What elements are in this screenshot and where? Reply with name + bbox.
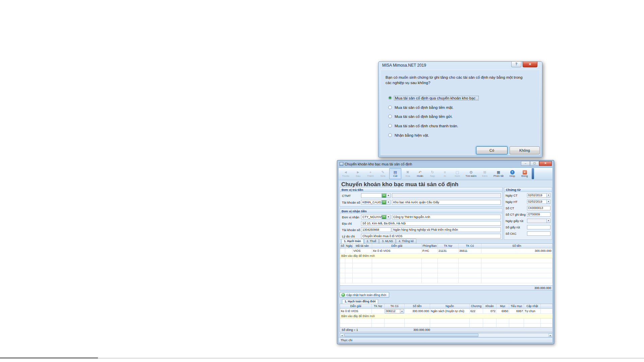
col2-chuong[interactable]: Chương — [470, 304, 483, 308]
toolbar-button-load[interactable]: ↻Nạp — [426, 168, 438, 179]
add-icon: + — [368, 170, 373, 174]
toolbar-button-undo[interactable]: ↶Hoãn — [414, 168, 426, 179]
ckc-number-input[interactable] — [527, 231, 550, 236]
tk-co-dropdown-icon[interactable]: ▾ — [400, 309, 404, 313]
col-tk-co[interactable]: TK Có — [459, 244, 481, 248]
tab-thong-ke[interactable]: 4. Thống kê — [396, 239, 416, 243]
toolbar-button-close[interactable]: ✕Đóng — [519, 168, 531, 179]
maximize-icon: ▢ — [533, 162, 536, 165]
col2-cap-nhat[interactable]: Cập nhật — [524, 304, 541, 308]
col2-tk-no[interactable]: TK Nợ — [372, 304, 385, 308]
scroll-right-icon[interactable]: ► — [548, 334, 552, 337]
accounting-grid-row[interactable]: VIOS Xe ô tô VIOS P.HC 21131 36611 300.0… — [340, 248, 552, 254]
no-button[interactable]: Không — [510, 146, 540, 154]
payee-unit-label: Đơn vị nhận — [342, 215, 359, 219]
tab-thue[interactable]: 2. Thuế — [364, 239, 379, 243]
simultaneous-grid-row[interactable]: Xe ô tô VIOS 008212 ▾ 300.000.000 Ngân s… — [340, 309, 552, 314]
col2-nguon[interactable]: Nguồn — [430, 304, 470, 308]
toolbar-button-delete[interactable]: ✖Xóa — [402, 168, 414, 179]
col-tk-no[interactable]: TK Nợ — [438, 244, 459, 248]
payee-unit-input[interactable]: CTY_NGUYANH — [361, 215, 382, 219]
col-ma-tai-san[interactable]: Mã tài sản — [353, 244, 372, 248]
tab-hach-toan[interactable]: 1. Hạch toán — [341, 239, 364, 243]
col2-so-tien[interactable]: Số tiền — [405, 304, 430, 308]
toolbar-button-next[interactable]: ►Sau — [352, 168, 364, 179]
toolbar-button-attach[interactable]: ⊞Kèm — [479, 168, 491, 179]
payer-account-input[interactable]: KBNN_CAUGIAY — [361, 200, 382, 205]
toolbar-button-print[interactable]: ≡In — [439, 168, 451, 179]
radio-option-tien-mat[interactable]: Mua tài sản cố định bằng tiền mặt. — [388, 105, 454, 110]
col2-muc[interactable]: Mục — [496, 304, 509, 308]
scroll-left-icon[interactable]: ◄ — [340, 334, 344, 337]
minimize-button[interactable]: – — [521, 161, 530, 166]
posting-date-dropdown-icon[interactable]: ▾ — [546, 200, 550, 204]
col-so-tien[interactable]: Số tiền — [481, 244, 552, 248]
radio-option-hien-vat[interactable]: Nhận bằng hiện vật. — [388, 133, 430, 138]
edit-icon: ✎ — [380, 170, 386, 174]
toolbar-button-edit[interactable]: ✎Sửa — [377, 168, 389, 179]
ctmt-dropdown-icon[interactable]: ▾ — [386, 193, 391, 198]
col2-khoan[interactable]: Khoản — [483, 304, 496, 308]
ctmt-add-icon[interactable]: + — [382, 193, 386, 198]
col-so[interactable]: Số — [340, 244, 345, 248]
update-simultaneous-button[interactable]: + Cập nhật hạch toán đồng thời — [340, 292, 389, 298]
toolbar-button-view[interactable]: ▢Xem — [451, 168, 463, 179]
horizontal-scrollbar[interactable]: ◄ ► — [340, 333, 553, 337]
col-phong-ban[interactable]: Phòng/Ban — [422, 244, 438, 248]
payer-account-dropdown-icon[interactable]: ▾ — [386, 200, 391, 205]
yes-button[interactable]: Có — [476, 146, 508, 154]
toolbar: ◄Trước ►Sau +Thêm ✎Sửa ▤Cất ✖Xóa ↶Hoãn ↻… — [339, 168, 552, 180]
toolbar-button-add[interactable]: +Thêm — [364, 168, 376, 179]
posting-date-input[interactable]: 02/02/2019▾ — [527, 200, 550, 204]
status-bar: Thực chi — [339, 338, 552, 343]
toolbar-button-help[interactable]: ?Giúp — [506, 168, 518, 179]
tab-mlns[interactable]: 3. MLNS — [379, 239, 396, 243]
dialog-body: Bạn có muốn sinh chứng từ ghi tăng cho c… — [380, 70, 540, 155]
reason-input[interactable]: Chuyển khoản mua ô tô VIOS — [361, 234, 501, 238]
col2-tieu-muc[interactable]: Tiểu mục — [509, 304, 524, 308]
window-icon — [340, 162, 343, 166]
toolbar-button-prev[interactable]: ◄Trước — [340, 168, 352, 179]
dialog-close-button[interactable]: ✕ — [523, 62, 537, 67]
radio-option-chuyen-khoan[interactable]: Mua tài sản cố định qua chuyển khoản kho… — [388, 95, 479, 100]
toolbar-button-shortcut[interactable]: ▦Phím tắt — [491, 168, 506, 179]
scrollbar-thumb[interactable] — [344, 334, 478, 337]
accounting-grid-total: 300.000.000 — [534, 286, 551, 290]
col-ngay[interactable]: Ngày — [345, 244, 353, 248]
payee-unit-add-icon[interactable]: + — [382, 215, 386, 219]
payee-account-input[interactable]: 1304250968 — [361, 227, 391, 232]
payer-account-add-icon[interactable]: + — [382, 200, 386, 205]
col-dien-giai[interactable]: Diễn giải — [372, 244, 422, 248]
payee-unit-dropdown-icon[interactable]: ▾ — [386, 215, 391, 219]
col2-dien-giai[interactable]: Diễn giải — [340, 304, 372, 308]
increase-doc-input[interactable]: GT00009 — [527, 212, 550, 217]
window-titlebar[interactable]: Chuyển khoản kho bạc mua tài sản cố định — [338, 160, 553, 167]
toolbar-button-search[interactable]: ⊙Tìm kiếm — [464, 168, 478, 179]
window-title: Chuyển khoản kho bạc mua tài sản cố định — [345, 162, 412, 166]
tk-co-combo[interactable]: 008212 ▾ — [385, 309, 404, 313]
ctmt-input[interactable] — [361, 193, 382, 198]
close-button[interactable]: ✕ — [539, 161, 552, 166]
delete-icon: ✖ — [405, 170, 410, 174]
doc-date-input[interactable]: 02/02/2019▾ — [527, 193, 550, 198]
withdraw-date-dropdown-icon[interactable]: ▾ — [546, 219, 550, 223]
doc-number-input[interactable]: CK0000013 — [527, 206, 550, 210]
radio-option-tien-gui[interactable]: Mua tài sản cố định bằng tiền gửi. — [388, 114, 453, 119]
posting-date-label: Ngày HT — [506, 200, 518, 204]
dialog-help-button[interactable]: ? — [511, 62, 521, 67]
payee-section: Đơn vị nhận tiền Đơn vị nhận CTY_NGUYANH… — [340, 209, 503, 240]
tab-hach-toan-dong-thoi[interactable]: 1. Hạch toán đồng thời — [342, 299, 378, 304]
radio-option-chua-thanh-toan[interactable]: Mua tài sản cố định chưa thanh toán. — [388, 123, 459, 128]
accounting-grid-add-row[interactable]: Bấm vào đây để thêm mới — [340, 254, 552, 258]
col2-tk-co[interactable]: TK Có — [385, 304, 405, 308]
payee-unit-desc: Công ty TNHH Nguyễn Anh — [392, 215, 501, 219]
radio-selected-icon — [388, 96, 392, 100]
withdraw-number-input[interactable] — [527, 225, 550, 229]
doc-date-label: Ngày CT — [506, 194, 518, 197]
maximize-button[interactable]: ▢ — [530, 161, 539, 166]
toolbar-button-save[interactable]: ▤Cất — [389, 168, 401, 179]
doc-date-dropdown-icon[interactable]: ▾ — [546, 194, 550, 197]
simultaneous-grid-add-row[interactable]: Bấm vào đây để thêm mới — [340, 314, 552, 318]
address-input[interactable]: Số 10, Kim Mã, Ba Đình, Hà Nội — [361, 221, 501, 226]
withdraw-date-input[interactable]: ▾ — [527, 219, 550, 223]
